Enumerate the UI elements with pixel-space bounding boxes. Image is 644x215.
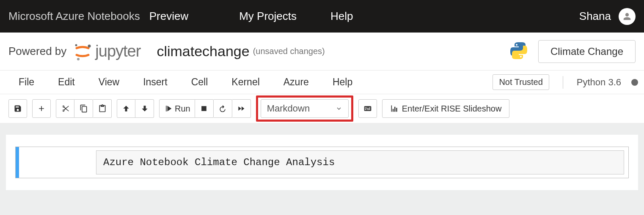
paste-icon [98,104,107,113]
chevron-down-icon [336,105,342,112]
svg-point-1 [88,44,91,47]
bar-chart-icon [390,104,399,113]
arrow-down-icon [140,104,149,113]
python-icon [509,41,529,61]
move-down-button[interactable] [135,99,154,118]
interrupt-button[interactable] [195,99,214,118]
svg-point-2 [77,58,80,60]
save-status: (unsaved changes) [253,46,325,56]
keyboard-icon [363,104,372,113]
notebook-header: Powered by jupyter climatechange (unsave… [0,33,644,71]
svg-point-0 [75,44,77,46]
cell[interactable]: Azure Notebook Climate Change Analysis [15,147,629,178]
copy-icon [80,104,88,113]
trusted-button[interactable]: Not Trusted [493,74,549,90]
brand-text: Microsoft Azure Notebooks [8,10,140,23]
menu-kernel[interactable]: Kernel [231,74,259,90]
rise-slideshow-button[interactable]: Enter/Exit RISE Slideshow [382,99,510,118]
kernel-name[interactable]: Python 3.6 [577,77,621,88]
project-button[interactable]: Climate Change [538,40,636,63]
menu-insert[interactable]: Insert [143,74,168,90]
powered-by-label: Powered by [8,45,66,58]
cell-container: Azure Notebook Climate Change Analysis [6,135,638,190]
menu-bar: File Edit View Insert Cell Kernel Azure … [0,71,644,94]
cell-editor[interactable]: Azure Notebook Climate Change Analysis [96,150,624,174]
kernel-status-icon[interactable] [631,79,638,86]
save-icon [14,104,22,113]
save-button[interactable] [8,99,27,118]
preview-label: Preview [149,10,188,23]
insert-cell-button[interactable] [32,99,51,118]
nav-my-projects[interactable]: My Projects [239,10,297,23]
refresh-icon [218,104,227,113]
cell-type-highlight: Markdown [256,95,353,122]
menu-azure[interactable]: Azure [283,74,309,90]
user-avatar[interactable] [619,8,636,25]
notebook-area: Azure Notebook Climate Change Analysis [0,123,644,202]
azure-top-bar: Microsoft Azure Notebooks Preview My Pro… [0,0,644,33]
menu-cell[interactable]: Cell [191,74,208,90]
run-icon [164,104,172,113]
scissors-icon [61,104,69,113]
fast-forward-icon [237,104,245,113]
nav-help[interactable]: Help [330,10,353,23]
cell-type-value: Markdown [267,103,310,114]
cell-select-bar [16,147,19,178]
copy-button[interactable] [74,99,93,118]
run-button[interactable]: Run [159,99,195,118]
jupyter-logo[interactable]: jupyter [72,41,140,62]
python-logo [509,41,529,63]
svg-rect-3 [201,106,206,111]
menu-file[interactable]: File [19,74,34,90]
cell-prompt [19,147,96,178]
jupyter-icon [72,41,93,62]
kernel-indicator-group: Not Trusted Python 3.6 [493,74,638,90]
notebook-title[interactable]: climatechange [157,43,249,60]
move-up-button[interactable] [117,99,135,118]
menu-view[interactable]: View [99,74,119,90]
menu-help[interactable]: Help [333,74,352,90]
arrow-up-icon [122,104,130,113]
divider [563,76,563,89]
restart-run-all-button[interactable] [232,99,251,118]
cell-type-select[interactable]: Markdown [261,99,349,118]
jupyter-text: jupyter [95,42,140,60]
paste-button[interactable] [93,99,112,118]
restart-button[interactable] [214,99,232,118]
user-name[interactable]: Shana [579,10,611,23]
run-label: Run [175,104,190,114]
command-palette-button[interactable] [358,99,377,118]
rise-label: Enter/Exit RISE Slideshow [402,104,502,114]
cut-button[interactable] [56,99,74,118]
user-icon [622,12,632,21]
menu-edit[interactable]: Edit [58,74,75,90]
plus-icon [37,104,46,113]
stop-icon [200,104,208,113]
toolbar: Run Markdown Enter/Exit RISE Slideshow [0,94,644,123]
